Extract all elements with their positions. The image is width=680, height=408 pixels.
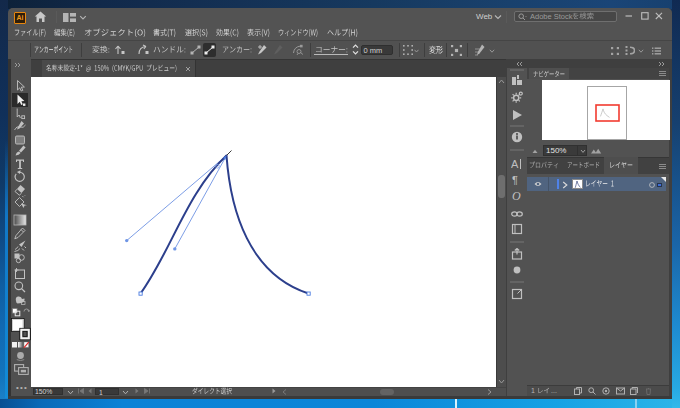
svg-text:¶: ¶ (512, 174, 518, 186)
svg-text:O: O (512, 190, 521, 202)
svg-text:A: A (511, 158, 519, 170)
